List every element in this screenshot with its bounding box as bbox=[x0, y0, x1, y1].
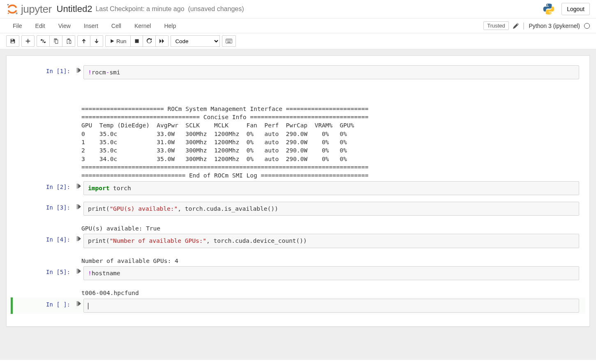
separator: | bbox=[523, 21, 525, 30]
stop-button[interactable] bbox=[131, 35, 143, 47]
run-button[interactable]: Run bbox=[105, 35, 131, 47]
svg-rect-3 bbox=[135, 39, 139, 43]
cell[interactable]: In [3]:print("GPU(s) available:", torch.… bbox=[11, 200, 585, 217]
cell[interactable]: In [2]:import torch bbox=[11, 180, 585, 196]
jupyter-logo-icon bbox=[6, 3, 18, 15]
cell-input[interactable]: import torch bbox=[83, 181, 579, 195]
celltype-select[interactable]: Code bbox=[171, 35, 220, 47]
arrow-up-icon bbox=[81, 38, 87, 44]
notebook: In [1]:!rocm-smi =======================… bbox=[6, 55, 590, 327]
notebook-container: In [1]:!rocm-smi =======================… bbox=[0, 49, 596, 360]
menubar: FileEditViewInsertCellKernelHelp Trusted… bbox=[0, 18, 596, 33]
cell-prompt: In [ ]: bbox=[13, 299, 74, 313]
run-cell-icon[interactable] bbox=[74, 65, 83, 79]
header-bar: jupyter Untitled2 Last Checkpoint: a min… bbox=[0, 0, 596, 18]
svg-rect-10 bbox=[227, 42, 231, 43]
svg-point-1 bbox=[16, 12, 18, 14]
run-cell-icon[interactable] bbox=[74, 181, 83, 195]
checkpoint-text: Last Checkpoint: a minute ago (unsaved c… bbox=[95, 5, 244, 13]
cell-input[interactable]: !rocm-smi bbox=[83, 65, 579, 79]
trusted-indicator[interactable]: Trusted bbox=[483, 21, 509, 30]
cell-prompt: In [5]: bbox=[13, 266, 74, 280]
cell[interactable]: In [4]:print("Number of available GPUs:"… bbox=[11, 233, 585, 249]
arrow-down-icon bbox=[94, 38, 99, 44]
svg-rect-6 bbox=[228, 40, 229, 41]
cell-output-row: Number of available GPUs: 4 bbox=[11, 253, 585, 265]
plus-icon bbox=[25, 38, 31, 44]
edit-icon[interactable] bbox=[513, 23, 519, 29]
paste-icon bbox=[66, 38, 72, 44]
cell-output: t006-004.hpcfund bbox=[81, 286, 579, 297]
logo-text: jupyter bbox=[21, 3, 52, 16]
svg-point-2 bbox=[8, 13, 9, 14]
cell[interactable]: In [1]:!rocm-smi bbox=[11, 64, 585, 81]
cell-output-row: GPU(s) available: True bbox=[11, 221, 585, 233]
run-cell-icon[interactable] bbox=[74, 266, 83, 280]
cell-input[interactable]: print("GPU(s) available:", torch.cuda.is… bbox=[83, 202, 579, 216]
run-cell-icon[interactable] bbox=[74, 234, 83, 248]
svg-rect-8 bbox=[230, 40, 231, 41]
menu-file[interactable]: File bbox=[6, 19, 29, 32]
paste-button[interactable] bbox=[62, 35, 75, 47]
kernel-name[interactable]: Python 3 (ipykernel) bbox=[529, 23, 580, 29]
cell-body: import torch bbox=[83, 181, 585, 195]
menu-insert[interactable]: Insert bbox=[77, 19, 105, 32]
restart-icon bbox=[146, 38, 152, 44]
cell-prompt: In [3]: bbox=[13, 202, 74, 216]
add-cell-button[interactable] bbox=[21, 35, 35, 47]
cell-body: !hostname bbox=[83, 266, 585, 280]
logout-button[interactable]: Logout bbox=[561, 3, 590, 15]
cell[interactable]: In [5]:!hostname bbox=[11, 265, 585, 281]
cell-prompt: In [1]: bbox=[13, 65, 74, 79]
cut-icon bbox=[40, 38, 46, 44]
copy-icon bbox=[53, 38, 59, 44]
cell-body: print("GPU(s) available:", torch.cuda.is… bbox=[83, 202, 585, 216]
move-down-button[interactable] bbox=[90, 35, 103, 47]
keyboard-icon bbox=[226, 39, 232, 44]
cell-output-row: t006-004.hpcfund bbox=[11, 286, 585, 297]
cell-output-row: ======================= ROCm System Mana… bbox=[11, 85, 585, 180]
fast-forward-icon bbox=[159, 38, 165, 44]
cell-prompt: In [4]: bbox=[13, 234, 74, 248]
menu-edit[interactable]: Edit bbox=[29, 19, 52, 32]
cell-input[interactable]: print("Number of available GPUs:", torch… bbox=[83, 234, 579, 248]
cell-body: print("Number of available GPUs:", torch… bbox=[83, 234, 585, 248]
play-icon bbox=[110, 39, 115, 44]
toolbar: Run Code bbox=[0, 33, 596, 49]
svg-rect-4 bbox=[226, 39, 232, 43]
restart-button[interactable] bbox=[143, 35, 156, 47]
menu-kernel[interactable]: Kernel bbox=[128, 19, 157, 32]
run-cell-icon[interactable] bbox=[74, 299, 83, 313]
save-icon bbox=[10, 38, 16, 44]
command-palette-button[interactable] bbox=[222, 35, 236, 47]
menu-cell[interactable]: Cell bbox=[105, 19, 128, 32]
python-icon bbox=[542, 2, 555, 16]
cell-input[interactable] bbox=[83, 299, 579, 313]
cell-prompt: In [2]: bbox=[13, 181, 74, 195]
menu-view[interactable]: View bbox=[52, 19, 77, 32]
kernel-status-icon bbox=[584, 23, 590, 29]
restart-run-all-button[interactable] bbox=[156, 35, 169, 47]
cell[interactable]: In [ ]: bbox=[11, 297, 585, 314]
move-up-button[interactable] bbox=[77, 35, 90, 47]
cut-button[interactable] bbox=[37, 35, 50, 47]
svg-rect-7 bbox=[229, 40, 230, 41]
logo[interactable]: jupyter bbox=[6, 3, 52, 16]
cell-output: ======================= ROCm System Mana… bbox=[81, 85, 579, 180]
menu-help[interactable]: Help bbox=[157, 19, 182, 32]
run-cell-icon[interactable] bbox=[74, 202, 83, 216]
notebook-title[interactable]: Untitled2 bbox=[57, 4, 92, 14]
stop-icon bbox=[134, 39, 139, 44]
cell-body: !rocm-smi bbox=[83, 65, 585, 79]
svg-rect-9 bbox=[231, 40, 231, 41]
cell-output: GPU(s) available: True bbox=[81, 221, 579, 233]
cell-output: Number of available GPUs: 4 bbox=[81, 253, 579, 265]
copy-button[interactable] bbox=[50, 35, 62, 47]
svg-point-0 bbox=[7, 4, 9, 5]
svg-rect-5 bbox=[227, 40, 228, 41]
save-button[interactable] bbox=[6, 35, 19, 47]
cell-body bbox=[83, 299, 585, 313]
cell-input[interactable]: !hostname bbox=[83, 266, 579, 280]
